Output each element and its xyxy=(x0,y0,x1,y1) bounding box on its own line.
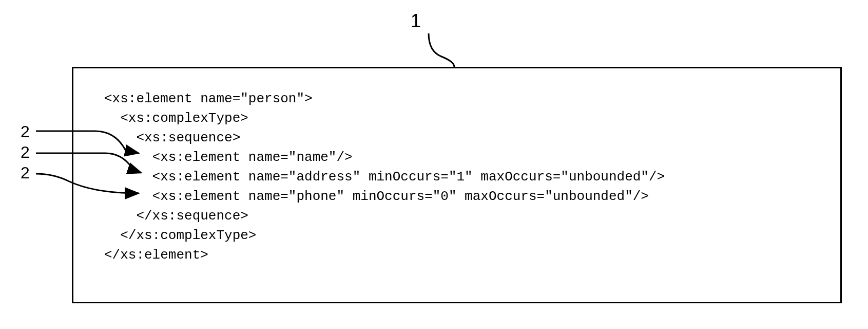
diagram-container: 1 <xs:element name="person"> <xs:complex… xyxy=(21,10,852,319)
code-line-5: <xs:element name="address" minOccurs="1"… xyxy=(104,167,830,187)
callout-label-2a: 2 xyxy=(21,122,30,141)
code-line-3: <xs:sequence> xyxy=(104,128,830,148)
code-line-2: <xs:complexType> xyxy=(104,108,830,128)
arrow-2c xyxy=(33,169,146,202)
code-line-1: <xs:element name="person"> xyxy=(104,89,830,108)
code-line-9: </xs:element> xyxy=(104,245,830,265)
callout-label-1: 1 xyxy=(411,10,421,32)
code-line-8: </xs:complexType> xyxy=(104,226,830,245)
code-line-7: </xs:sequence> xyxy=(104,206,830,226)
code-line-6: <xs:element name="phone" minOccurs="0" m… xyxy=(104,187,830,206)
callout-1-leader-line xyxy=(426,31,467,69)
callout-label-2c: 2 xyxy=(21,163,30,182)
code-line-4: <xs:element name="name"/> xyxy=(104,148,830,167)
callout-label-2b: 2 xyxy=(21,143,30,162)
code-box: <xs:element name="person"> <xs:complexTy… xyxy=(72,67,842,303)
